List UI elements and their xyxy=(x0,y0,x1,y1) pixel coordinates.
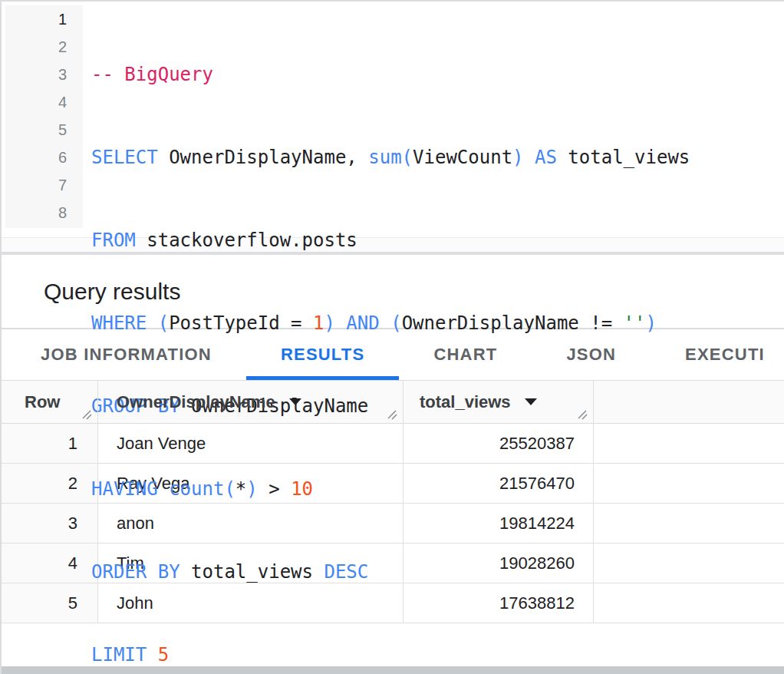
line-number: 5 xyxy=(5,116,67,144)
line-number: 1 xyxy=(5,5,67,33)
column-label: total_views xyxy=(420,392,511,412)
column-resize-handle[interactable] xyxy=(386,408,398,421)
row-number-cell: 3 xyxy=(2,504,98,543)
tab-label: EXECUTI xyxy=(685,345,765,365)
column-label: OwnerDisplayName xyxy=(117,392,275,412)
tab-job-information[interactable]: JOB INFORMATION xyxy=(6,329,246,380)
row-number-cell: 1 xyxy=(2,424,98,463)
code-line: ORDER BY total_views DESC xyxy=(91,558,784,586)
column-header-filler xyxy=(594,381,784,423)
code-line: SELECT OwnerDisplayName, sum(ViewCount) … xyxy=(91,144,784,171)
line-number: 2 xyxy=(5,33,67,61)
code-line: FROM stackoverflow.posts xyxy=(91,226,784,254)
line-number: 4 xyxy=(5,88,67,116)
line-number: 7 xyxy=(5,171,67,199)
column-header-ownerdisplayname[interactable]: OwnerDisplayName xyxy=(98,381,404,423)
tab-label: RESULTS xyxy=(281,345,364,365)
bigquery-results-pane: 1 2 3 4 5 6 7 8 -- BigQuery SELECT Owner… xyxy=(0,0,784,674)
column-label: Row xyxy=(25,392,60,412)
row-number-cell: 5 xyxy=(2,583,98,623)
tab-execution-details[interactable]: EXECUTI xyxy=(651,329,784,380)
tab-label: CHART xyxy=(433,345,497,365)
row-number-cell: 4 xyxy=(2,543,98,583)
code-line: -- BigQuery xyxy=(91,61,784,88)
code-line: LIMIT 5 xyxy=(91,641,784,669)
row-number-cell: 2 xyxy=(2,464,98,503)
tab-chart[interactable]: CHART xyxy=(399,329,532,380)
tab-label: JSON xyxy=(566,345,616,365)
results-tabbar: JOB INFORMATION RESULTS CHART JSON EXECU… xyxy=(2,329,784,381)
column-resize-handle[interactable] xyxy=(576,408,588,421)
column-menu-icon[interactable] xyxy=(289,398,301,405)
tab-label: JOB INFORMATION xyxy=(41,345,212,365)
line-number-gutter: 1 2 3 4 5 6 7 8 xyxy=(5,5,83,228)
tab-results[interactable]: RESULTS xyxy=(246,329,399,380)
column-resize-handle[interactable] xyxy=(81,408,93,421)
line-number: 3 xyxy=(5,61,67,88)
column-header-row: Row xyxy=(2,381,98,423)
column-menu-icon[interactable] xyxy=(525,398,537,405)
code-line: HAVING count(*) > 10 xyxy=(91,475,784,503)
line-number: 6 xyxy=(5,144,67,171)
sql-editor[interactable]: 1 2 3 4 5 6 7 8 -- BigQuery SELECT Owner… xyxy=(2,2,784,238)
horizontal-scrollbar[interactable] xyxy=(2,666,784,674)
line-number: 8 xyxy=(5,199,67,226)
column-header-total-views[interactable]: total_views xyxy=(404,381,594,423)
table-header-row: Row OwnerDisplayName total_views xyxy=(2,381,784,424)
tab-json[interactable]: JSON xyxy=(532,329,651,380)
